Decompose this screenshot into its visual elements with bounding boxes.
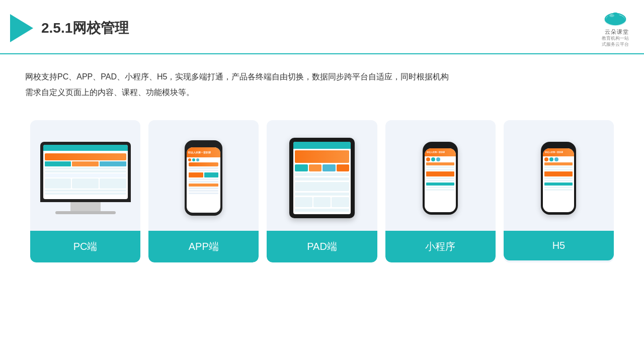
page-title: 2.5.1网校管理 [41,19,129,38]
tablet-mockup [289,138,355,218]
h5-label: H5 [504,231,614,260]
pad-label: PAD端 [267,231,377,262]
miniapp-preview: 职达人的第一堂职课 [385,120,496,231]
h5-preview: 职达人的第一堂职课 [504,120,614,231]
brand-logo: 云朵课堂 教育机构一站式服务云平台 [602,9,629,47]
miniapp-label: 小程序 [385,231,496,262]
device-card-h5: 职达人的第一堂职课 [504,120,614,262]
main-content: 网校支持PC、APP、PAD、小程序、H5，实现多端打通，产品各终端自由切换，数… [0,54,644,273]
brand-triangle-icon [10,14,33,42]
pc-label: PC端 [30,231,140,262]
miniapp-mockup: 职达人的第一堂职课 [423,142,458,215]
device-card-app: 职达人的第一堂职课 [148,120,259,262]
brand-name: 云朵课堂 [605,28,629,36]
phone-mockup: 职达人的第一堂职课 [185,140,222,216]
h5-mockup: 职达人的第一堂职课 [541,142,576,215]
app-preview: 职达人的第一堂职课 [148,120,259,231]
header-right: 云朵课堂 教育机构一站式服务云平台 [602,9,629,47]
description-text: 网校支持PC、APP、PAD、小程序、H5，实现多端打通，产品各终端自由切换，数… [25,69,619,100]
cloud-icon [602,9,629,28]
device-card-pc: PC端 [30,120,140,262]
brand-tagline: 教育机构一站式服务云平台 [602,36,629,47]
svg-point-9 [609,14,614,17]
device-card-pad: PAD端 [267,120,377,262]
device-cards-container: PC端 职达人的第一堂职课 [25,120,619,262]
pc-mockup [40,142,131,214]
device-card-miniapp: 职达人的第一堂职课 [385,120,496,262]
pc-preview [30,120,140,231]
app-label: APP端 [148,231,259,262]
page-header: 2.5.1网校管理 云朵课堂 教育机构一站式服务云平台 [0,0,644,54]
header-left: 2.5.1网校管理 [10,14,129,42]
pad-preview [267,120,377,231]
